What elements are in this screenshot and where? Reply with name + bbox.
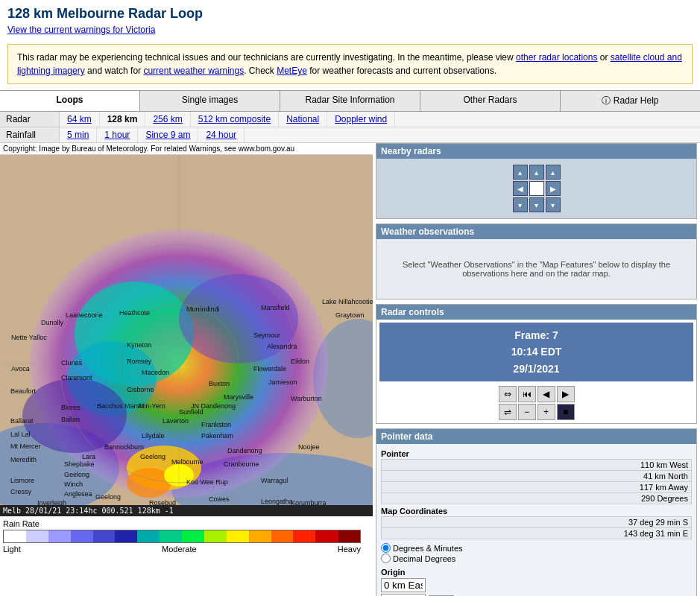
rainfall-since9am-link[interactable]: Since 9 am — [145, 130, 190, 140]
svg-text:Cranbourne: Cranbourne — [224, 460, 259, 468]
ctrl-loop-btn[interactable]: ⇌ — [499, 404, 517, 420]
view-warnings-link[interactable]: View the current warnings for Victoria — [7, 25, 155, 35]
ctrl-arrows-btn[interactable]: ⇔ — [499, 386, 517, 402]
meteye-link[interactable]: MetEye — [277, 66, 307, 76]
radar-national-link[interactable]: National — [286, 114, 319, 124]
svg-text:Jamieson: Jamieson — [268, 378, 297, 386]
tab-single-images[interactable]: Single images — [140, 91, 280, 111]
ctrl-minus-btn[interactable]: − — [518, 404, 536, 420]
right-panel: Nearby radars ▴ ▴ ▴ ◀ ▶ ▾ ▾ ▾ Weather ob… — [373, 143, 700, 596]
svg-text:Clunes: Clunes — [61, 359, 83, 367]
nearby-radars-panel: Nearby radars ▴ ▴ ▴ ◀ ▶ ▾ ▾ ▾ — [376, 143, 697, 219]
radar-panel: Copyright: Image by Bureau of Meteorolog… — [0, 143, 373, 596]
tab-radar-help[interactable]: ⓘ Radar Help — [561, 91, 700, 111]
arrow-e[interactable]: ▶ — [546, 181, 561, 196]
radar-512km-link[interactable]: 512 km composite — [198, 114, 271, 124]
degrees-value: 290 Degrees — [382, 493, 692, 504]
svg-point-10 — [179, 274, 298, 364]
ctrl-prev-btn[interactable]: ◀ — [537, 386, 555, 402]
svg-text:Meredith: Meredith — [10, 456, 37, 463]
svg-text:Warburton: Warburton — [291, 395, 322, 402]
pointer-data-title: Pointer data — [376, 429, 696, 444]
svg-text:Romsey: Romsey — [127, 358, 152, 365]
svg-text:Koo Wee Rup: Koo Wee Rup — [186, 478, 228, 486]
radar-image[interactable]: Dunolly Laanecoorie Heathcote Murrindind… — [0, 155, 373, 505]
time-label: 10:14 EDT — [382, 343, 690, 360]
tab-other-radars[interactable]: Other Radars — [420, 91, 561, 111]
arrow-nw[interactable]: ▴ — [513, 165, 528, 180]
svg-text:Ballarat: Ballarat — [10, 417, 34, 425]
svg-text:Buxton: Buxton — [209, 380, 230, 387]
rainfall-1hour-link[interactable]: 1 hour — [104, 130, 130, 140]
decimal-degrees-option[interactable]: Decimal Degrees — [381, 554, 692, 563]
radar-64km-link[interactable]: 64 km — [67, 114, 92, 124]
origin-east-row — [381, 578, 692, 592]
svg-text:Dandenong: Dandenong — [227, 447, 262, 454]
svg-text:Geelong: Geelong — [95, 493, 121, 501]
alert-text5: for weather forecasts and current observ… — [307, 66, 496, 76]
alert-text2: or — [597, 52, 610, 63]
svg-text:Lara: Lara — [82, 453, 95, 460]
rainfall-24hour-link[interactable]: 24 hour — [206, 130, 236, 140]
arrow-sw[interactable]: ▾ — [513, 197, 528, 212]
degrees-minutes-option[interactable]: Degrees & Minutes — [381, 543, 692, 553]
tab-radar-site-info[interactable]: Radar Site Information — [280, 91, 420, 111]
svg-text:Frankston: Frankston — [201, 421, 231, 428]
map-coordinates-label: Map Coordinates — [381, 507, 692, 516]
radar-doppler-link[interactable]: Doppler wind — [335, 114, 387, 124]
svg-text:Bannockburn: Bannockburn — [104, 443, 144, 451]
weather-obs-body: Select "Weather Observations" in the "Ma… — [376, 239, 696, 299]
arrow-w[interactable]: ◀ — [513, 181, 528, 196]
svg-text:Laanecoorie: Laanecoorie — [66, 311, 103, 319]
rain-rate-scale: Light Moderate Heavy — [3, 543, 361, 555]
east-input[interactable] — [381, 578, 426, 592]
coord-options: Degrees & Minutes Decimal Degrees — [381, 541, 692, 565]
svg-text:Cowes: Cowes — [209, 495, 230, 503]
ctrl-start-btn[interactable]: ⏮ — [518, 386, 536, 402]
svg-text:Rosebud: Rosebud — [149, 499, 176, 505]
svg-text:Alexandra: Alexandra — [267, 343, 297, 350]
origin-label: Origin — [381, 568, 692, 577]
radar-256km-link[interactable]: 256 km — [153, 114, 182, 124]
weather-warnings-link[interactable]: current weather warnings — [143, 66, 244, 76]
svg-text:Lismore: Lismore — [10, 477, 34, 484]
arrow-n[interactable]: ▴ — [529, 165, 544, 180]
radar-controls-title: Radar controls — [376, 305, 696, 320]
arrow-se[interactable]: ▾ — [546, 197, 561, 212]
ctrl-plus-btn[interactable]: + — [537, 404, 555, 420]
svg-text:Cressy: Cressy — [10, 488, 32, 495]
svg-text:Lilydale: Lilydale — [142, 432, 165, 440]
away-value: 117 km Away — [382, 482, 692, 493]
ctrl-next-btn[interactable]: ▶ — [557, 386, 575, 402]
arrow-s[interactable]: ▾ — [529, 197, 544, 212]
svg-text:Avoca: Avoca — [11, 365, 30, 372]
arrow-ne[interactable]: ▴ — [546, 165, 561, 180]
west-value: 110 km West — [382, 460, 692, 471]
svg-text:Lake Nillahcootie: Lake Nillahcootie — [322, 298, 373, 305]
svg-text:Bacchus Marsh: Bacchus Marsh — [97, 402, 143, 410]
alert-text4: . Check — [244, 66, 277, 76]
radar-128km-link: 128 km — [107, 114, 138, 124]
svg-text:Laverton: Laverton — [163, 417, 189, 425]
page-title: 128 km Melbourne Radar Loop — [7, 6, 693, 22]
alert-text1: This radar may be experiencing technical… — [17, 52, 516, 63]
svg-text:Leongatha: Leongatha — [261, 498, 293, 505]
ctrl-stop-btn[interactable]: ■ — [557, 404, 575, 420]
svg-text:Dunolly: Dunolly — [41, 319, 64, 326]
rainfall-5min-link[interactable]: 5 min — [67, 130, 89, 140]
decimal-degrees-radio[interactable] — [381, 554, 391, 563]
svg-text:Blores: Blores — [61, 404, 81, 411]
svg-text:Korumburra: Korumburra — [291, 499, 327, 505]
svg-text:Eildon: Eildon — [291, 358, 309, 365]
frame-label: Frame: 7 — [382, 327, 690, 343]
tab-loops[interactable]: Loops — [0, 91, 140, 111]
svg-text:Warragul: Warragul — [261, 477, 288, 484]
svg-text:Melbourne: Melbourne — [171, 458, 204, 466]
svg-text:Mt Mercer: Mt Mercer — [10, 443, 41, 450]
svg-text:Murrindindi: Murrindindi — [186, 305, 220, 313]
other-radars-link[interactable]: other radar locations — [516, 52, 597, 63]
degrees-minutes-radio[interactable] — [381, 543, 391, 553]
svg-text:Inverleigh: Inverleigh — [37, 499, 66, 505]
svg-text:Marysville: Marysville — [224, 393, 253, 401]
svg-text:Seymour: Seymour — [253, 332, 280, 339]
